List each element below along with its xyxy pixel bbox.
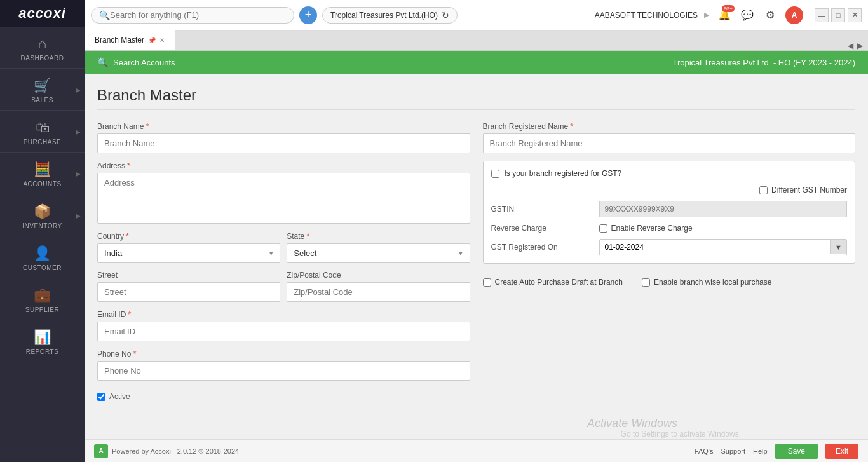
sidebar-item-label: INVENTORY xyxy=(22,222,62,229)
active-label[interactable]: Active xyxy=(109,392,130,401)
customer-icon: 👤 xyxy=(34,245,51,262)
search-accounts-label[interactable]: Search Accounts xyxy=(113,58,667,67)
phone-group: Phone No * xyxy=(97,349,470,381)
sidebar-item-label: DASHBOARD xyxy=(21,55,64,62)
country-select-wrapper: India USA UK xyxy=(97,243,280,263)
footer-powered-by: Powered by Accoxi - 2.0.12 © 2018-2024 xyxy=(112,447,239,455)
sidebar-item-accounts[interactable]: 🧮 ACCOUNTS ▶ xyxy=(0,153,85,194)
address-label: Address * xyxy=(97,161,470,170)
country-state-row: Country * India USA UK xyxy=(97,231,470,263)
date-dropdown-button[interactable]: ▼ xyxy=(830,240,846,254)
phone-input[interactable] xyxy=(97,361,470,381)
support-link[interactable]: Support xyxy=(721,447,745,455)
gstin-input[interactable] xyxy=(599,201,848,217)
enable-reverse-charge-checkbox[interactable] xyxy=(599,224,607,233)
branch-registered-name-input[interactable] xyxy=(483,133,856,153)
gst-fields: Different GST Number GSTIN Reverse Charg… xyxy=(491,186,848,255)
sidebar-item-inventory[interactable]: 📦 INVENTORY ▶ xyxy=(0,194,85,236)
logo: accoxi xyxy=(0,0,85,27)
sidebar-item-purchase[interactable]: 🛍 PURCHASE ▶ xyxy=(0,111,85,153)
active-checkbox[interactable] xyxy=(97,393,105,401)
help-link[interactable]: Help xyxy=(753,447,768,455)
sidebar-item-sales[interactable]: 🛒 SALES ▶ xyxy=(0,69,85,111)
tab-arrow-left[interactable]: ◀ xyxy=(848,41,853,50)
phone-label: Phone No * xyxy=(97,349,470,358)
branch-registered-name-group: Branch Registered Name * xyxy=(483,121,856,153)
topbar: 🔍 + Tropical Treasures Pvt Ltd.(HO) ↻ AA… xyxy=(85,0,868,31)
gst-registered-label[interactable]: Is your branch registered for GST? xyxy=(505,169,622,178)
sidebar-item-reports[interactable]: 📊 REPORTS xyxy=(0,320,85,362)
branch-registered-name-label: Branch Registered Name * xyxy=(483,121,856,131)
enable-branch-wise-checkbox[interactable] xyxy=(642,278,650,287)
tabbar: Branch Master 📌 ✕ ◀ ▶ xyxy=(85,31,868,51)
notification-bell[interactable]: 🔔 99+ xyxy=(715,6,733,24)
bottom-checks: Create Auto Purchase Draft at Branch Ena… xyxy=(483,278,856,287)
branch-name-input[interactable] xyxy=(97,133,470,153)
sidebar-item-supplier[interactable]: 💼 SUPPLIER xyxy=(0,278,85,320)
sidebar-item-dashboard[interactable]: ⌂ DASHBOARD xyxy=(0,27,85,69)
close-button[interactable]: ✕ xyxy=(848,8,862,22)
country-select[interactable]: India USA UK xyxy=(97,243,280,263)
form-left: Branch Name * Address * xyxy=(97,121,470,401)
window-controls: — □ ✕ xyxy=(815,8,862,22)
state-label: State * xyxy=(287,231,470,241)
gst-date-picker[interactable]: ▼ xyxy=(599,239,848,255)
gst-date-input[interactable] xyxy=(600,240,831,255)
add-button[interactable]: + xyxy=(299,6,317,24)
notification-badge: 99+ xyxy=(722,5,735,12)
refresh-icon[interactable]: ↻ xyxy=(442,10,449,20)
activate-windows-subtext: Go to Settings to activate Windows. xyxy=(621,430,741,438)
street-input[interactable] xyxy=(97,282,280,302)
zip-group: Zip/Postal Code xyxy=(287,271,470,302)
different-gst-checkbox[interactable] xyxy=(759,186,768,194)
address-input[interactable] xyxy=(97,173,470,224)
chevron-right-icon: ▶ xyxy=(704,11,709,19)
company-selector[interactable]: Tropical Treasures Pvt Ltd.(HO) ↻ xyxy=(322,7,458,24)
sidebar-item-label: ACCOUNTS xyxy=(23,180,61,187)
tab-close-icon[interactable]: ✕ xyxy=(159,37,165,44)
settings-icon[interactable]: ⚙ xyxy=(761,6,779,24)
zip-label: Zip/Postal Code xyxy=(287,271,470,280)
tab-label: Branch Master xyxy=(95,36,144,44)
activate-windows-text: Activate Windows xyxy=(587,417,677,430)
notification-icons: 🔔 99+ 💬 ⚙ xyxy=(715,6,779,24)
gst-registered-on-label: GST Registered On xyxy=(491,243,593,252)
maximize-button[interactable]: □ xyxy=(831,8,845,22)
page-title: Branch Master xyxy=(97,86,855,110)
search-input[interactable] xyxy=(110,10,286,20)
footer-logo: A Powered by Accoxi - 2.0.12 © 2018-2024 xyxy=(94,444,239,458)
enable-reverse-charge-label[interactable]: Enable Reverse Charge xyxy=(599,224,848,233)
form-right: Branch Registered Name * Is your branch … xyxy=(483,121,856,401)
tab-arrow-right[interactable]: ▶ xyxy=(857,41,863,50)
exit-button[interactable]: Exit xyxy=(825,444,858,459)
save-button[interactable]: Save xyxy=(775,444,818,459)
create-auto-purchase-label[interactable]: Create Auto Purchase Draft at Branch xyxy=(483,278,623,287)
branch-name-label: Branch Name * xyxy=(97,121,470,131)
create-auto-purchase-checkbox[interactable] xyxy=(483,278,491,287)
pin-icon: 📌 xyxy=(148,37,156,44)
watermark-area: Activate Windows Go to Settings to activ… xyxy=(85,414,868,439)
faqs-link[interactable]: FAQ's xyxy=(695,447,714,455)
inventory-icon: 📦 xyxy=(34,203,51,220)
form-grid: Branch Name * Address * xyxy=(97,121,855,401)
gst-registered-checkbox[interactable] xyxy=(491,170,499,178)
state-select[interactable]: Select xyxy=(287,243,470,263)
tab-branch-master[interactable]: Branch Master 📌 ✕ xyxy=(85,30,175,50)
chat-icon[interactable]: 💬 xyxy=(738,6,756,24)
reverse-charge-label: Reverse Charge xyxy=(491,224,593,233)
zip-input[interactable] xyxy=(287,282,470,302)
street-label: Street xyxy=(97,271,280,280)
search-icon: 🔍 xyxy=(99,10,110,20)
minimize-button[interactable]: — xyxy=(815,8,829,22)
dashboard-icon: ⌂ xyxy=(38,36,46,52)
user-avatar[interactable]: A xyxy=(785,6,803,24)
gst-header: Is your branch registered for GST? xyxy=(491,169,848,178)
sidebar-item-customer[interactable]: 👤 CUSTOMER xyxy=(0,236,85,278)
branch-name-group: Branch Name * xyxy=(97,121,470,153)
enable-branch-wise-label[interactable]: Enable branch wise local purchase xyxy=(642,278,771,287)
different-gst-label[interactable]: Different GST Number xyxy=(759,186,847,194)
topbar-right: AABASOFT TECHNOLOGIES ▶ 🔔 99+ 💬 ⚙ A — □ … xyxy=(595,6,862,24)
reverse-charge-row: Reverse Charge Enable Reverse Charge xyxy=(491,224,848,233)
search-box[interactable]: 🔍 xyxy=(91,7,294,24)
email-input[interactable] xyxy=(97,322,470,341)
